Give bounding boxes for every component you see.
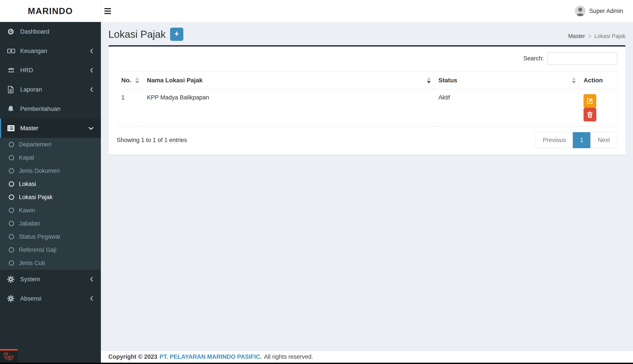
sidebar-item-system[interactable]: System xyxy=(0,270,101,289)
sidebar-item-kawin[interactable]: Kawin xyxy=(0,204,101,217)
users-icon xyxy=(7,66,20,74)
list-icon xyxy=(7,125,20,132)
user-menu[interactable]: Super Admin xyxy=(575,0,623,22)
circle-icon xyxy=(9,155,14,160)
circle-icon xyxy=(9,168,14,174)
edit-button[interactable] xyxy=(583,94,596,108)
delete-button[interactable] xyxy=(583,108,596,122)
previous-page-button[interactable]: Previous xyxy=(535,132,573,148)
circle-icon xyxy=(9,221,14,226)
column-header-status[interactable]: Status xyxy=(434,72,579,89)
content-header: Lokasi Pajak + Master > Lokasi Pajak xyxy=(108,22,625,45)
laravel-icon xyxy=(4,352,14,362)
chevron-left-icon xyxy=(89,48,94,54)
cell-action xyxy=(579,89,617,126)
cell-status: Aktif xyxy=(434,89,579,126)
file-icon xyxy=(7,86,20,94)
company-link[interactable]: PT. PELAYARAN MARINDO PASIFIC. xyxy=(159,354,262,360)
circle-icon xyxy=(9,208,14,213)
avatar xyxy=(575,6,585,16)
sidebar-menu: Dashboard Keuangan HRD Laporan xyxy=(0,22,101,308)
sidebar-item-absensi[interactable]: Absensi xyxy=(0,289,101,308)
sidebar-toggle-button[interactable] xyxy=(101,0,115,22)
column-header-action: Action xyxy=(579,72,617,89)
add-button[interactable]: + xyxy=(170,28,183,41)
sidebar-item-jenis-dokumen[interactable]: Jenis Dokumen xyxy=(0,164,101,178)
circle-icon xyxy=(9,234,14,239)
cell-nama: KPP Madya Balikpapan xyxy=(142,89,434,126)
page-footer: Copyright © 2023 PT. PELAYARAN MARINDO P… xyxy=(101,350,633,363)
breadcrumb-master[interactable]: Master xyxy=(568,33,585,39)
sort-icon xyxy=(572,77,576,84)
data-table: No. Nama Lokasi Pajak Status Action xyxy=(117,71,617,126)
circle-icon xyxy=(9,247,14,252)
page-title: Lokasi Pajak xyxy=(108,28,166,40)
debugbar-strip xyxy=(0,363,633,364)
sidebar-item-keuangan[interactable]: Keuangan xyxy=(0,41,101,60)
circle-icon xyxy=(9,260,14,266)
gear-icon xyxy=(7,295,20,302)
breadcrumb-current: Lokasi Pajak xyxy=(594,33,625,39)
table-footer: Showing 1 to 1 of 1 entries Previous 1 N… xyxy=(117,132,617,148)
master-submenu: Departemen Kapal Jenis Dokumen Lokasi Lo… xyxy=(0,138,101,270)
chevron-down-icon xyxy=(88,126,94,130)
sidebar-item-master[interactable]: Master xyxy=(0,118,101,138)
cell-no: 1 xyxy=(117,89,142,126)
circle-icon xyxy=(9,142,14,147)
sidebar-item-referensi-gaji[interactable]: Referensi Gaji xyxy=(0,243,101,256)
sidebar-item-lokasi[interactable]: Lokasi xyxy=(0,178,101,190)
top-navbar: Super Admin xyxy=(101,0,633,22)
chevron-left-icon xyxy=(89,68,94,73)
search-label: Search: xyxy=(523,55,544,62)
page-1-button[interactable]: 1 xyxy=(573,132,591,148)
search-row: Search: xyxy=(117,52,617,65)
content-area: Lokasi Pajak + Master > Lokasi Pajak Sea… xyxy=(101,22,633,351)
circle-icon xyxy=(9,194,14,200)
search-input[interactable] xyxy=(547,52,617,65)
hamburger-icon xyxy=(104,8,111,9)
bell-icon xyxy=(7,105,20,112)
money-icon xyxy=(7,47,20,55)
column-header-nama[interactable]: Nama Lokasi Pajak xyxy=(142,72,434,89)
rights-text: All rights reserved. xyxy=(264,354,313,360)
next-page-button[interactable]: Next xyxy=(590,132,617,148)
sidebar-item-pemberitahuan[interactable]: Pemberitahuan xyxy=(0,99,101,118)
user-name: Super Admin xyxy=(589,8,623,14)
chevron-left-icon xyxy=(89,296,94,302)
table-card: Search: No. Nama Lokasi Pajak Status xyxy=(108,45,625,155)
column-header-no[interactable]: No. xyxy=(117,72,142,89)
breadcrumb-divider: > xyxy=(588,33,591,39)
sort-icon xyxy=(427,77,431,84)
sidebar-item-jenis-cuti[interactable]: Jenis Cuti xyxy=(0,256,101,270)
table-row: 1 KPP Madya Balikpapan Aktif xyxy=(117,89,617,126)
chevron-left-icon xyxy=(89,87,94,92)
pagination: Previous 1 Next xyxy=(535,132,617,148)
breadcrumb: Master > Lokasi Pajak xyxy=(568,33,625,39)
sidebar-item-dashboard[interactable]: Dashboard xyxy=(0,22,101,41)
chevron-left-icon xyxy=(89,276,94,282)
entries-info: Showing 1 to 1 of 1 entries xyxy=(117,137,187,144)
sidebar-item-hrd[interactable]: HRD xyxy=(0,60,101,80)
brand-logo[interactable]: MARINDO xyxy=(0,0,101,22)
sidebar-item-status-pegawai[interactable]: Status Pegawai xyxy=(0,230,101,243)
pencil-icon xyxy=(586,98,593,104)
debugbar-toggle-button[interactable] xyxy=(0,349,18,363)
sidebar-item-lokasi-pajak[interactable]: Lokasi Pajak xyxy=(0,190,101,204)
copyright-text: Copyright © 2023 xyxy=(108,354,157,360)
sidebar: MARINDO Dashboard Keuangan HRD xyxy=(0,0,101,364)
sidebar-item-jabatan[interactable]: Jabatan xyxy=(0,217,101,230)
gear-icon xyxy=(7,276,20,283)
dashboard-icon xyxy=(7,28,20,35)
sidebar-item-laporan[interactable]: Laporan xyxy=(0,80,101,99)
sidebar-item-kapal[interactable]: Kapal xyxy=(0,151,101,164)
trash-icon xyxy=(587,111,593,118)
sidebar-item-departemen[interactable]: Departemen xyxy=(0,138,101,151)
circle-icon xyxy=(9,181,14,186)
sort-icon xyxy=(135,77,139,84)
